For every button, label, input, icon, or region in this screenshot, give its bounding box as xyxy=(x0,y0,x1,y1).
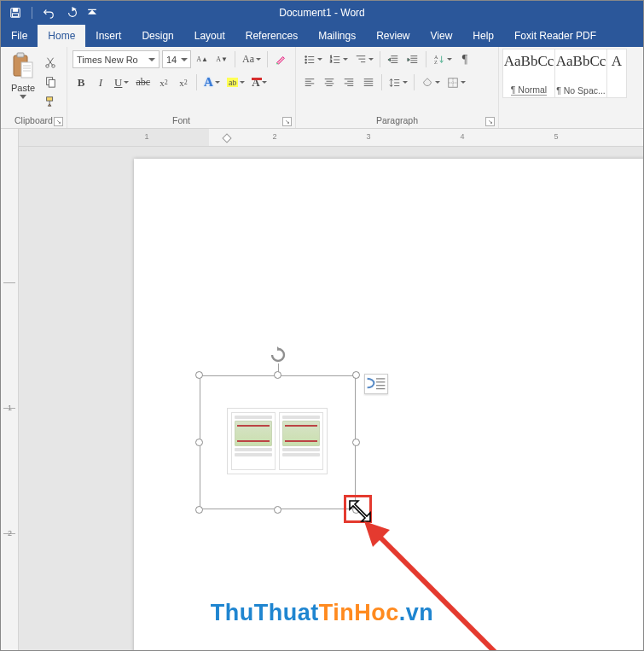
svg-rect-1 xyxy=(13,9,17,12)
highlight-button[interactable]: ab xyxy=(224,73,247,91)
superscript-button[interactable]: x2 xyxy=(175,73,192,91)
svg-text:2: 2 xyxy=(330,58,332,62)
tab-foxit[interactable]: Foxit Reader PDF xyxy=(504,25,606,47)
first-line-indent-icon[interactable] xyxy=(222,133,231,142)
bullets-button[interactable] xyxy=(301,50,324,68)
svg-point-18 xyxy=(305,61,306,63)
svg-point-17 xyxy=(305,58,306,60)
group-label-paragraph: Paragraph↘ xyxy=(296,115,498,128)
tab-file[interactable]: File xyxy=(1,25,38,47)
resize-handle-bl[interactable] xyxy=(195,506,203,514)
text-effects-button[interactable]: A xyxy=(201,73,222,91)
subscript-button[interactable]: x2 xyxy=(155,73,172,91)
redo-icon[interactable] xyxy=(63,3,82,22)
selected-image[interactable] xyxy=(200,375,356,509)
increase-indent-button[interactable] xyxy=(404,50,421,68)
style-normal[interactable]: AaBbCc ¶ Normal xyxy=(502,49,555,98)
svg-text:Z: Z xyxy=(434,60,438,65)
copy-icon[interactable] xyxy=(42,73,59,90)
shrink-font-button[interactable]: A▼ xyxy=(213,50,230,68)
save-icon[interactable] xyxy=(6,3,25,22)
format-painter-icon[interactable] xyxy=(42,93,59,110)
style-no-spacing[interactable]: AaBbCc ¶ No Spac... xyxy=(554,49,607,98)
tab-help[interactable]: Help xyxy=(462,25,504,47)
grow-font-button[interactable]: A▲ xyxy=(194,50,211,68)
svg-rect-15 xyxy=(252,78,262,80)
undo-icon[interactable] xyxy=(39,3,58,22)
svg-rect-12 xyxy=(49,79,55,87)
underline-button[interactable]: U xyxy=(112,73,131,91)
borders-button[interactable] xyxy=(444,73,467,91)
group-clipboard: Paste Clipboard↘ xyxy=(1,47,67,128)
paste-dropdown-icon[interactable] xyxy=(20,95,26,99)
decrease-indent-button[interactable] xyxy=(385,50,402,68)
clear-formatting-icon[interactable] xyxy=(272,50,289,68)
justify-button[interactable] xyxy=(360,73,377,91)
svg-rect-5 xyxy=(21,62,32,78)
resize-handle-tl[interactable] xyxy=(195,371,203,379)
group-label-font: Font↘ xyxy=(67,115,295,128)
group-paragraph: 12 AZ ¶ Paragraph↘ xyxy=(296,47,499,128)
qat-customize-icon[interactable] xyxy=(87,3,97,22)
watermark: ThuThuatTinHoc.vn xyxy=(1,600,643,626)
strikethrough-button[interactable]: abc xyxy=(133,73,153,91)
resize-handle-tr[interactable] xyxy=(352,371,360,379)
svg-point-10 xyxy=(52,65,55,68)
horizontal-ruler[interactable]: 1 2 3 4 5 xyxy=(19,129,643,147)
resize-cursor-icon xyxy=(343,494,377,528)
tab-review[interactable]: Review xyxy=(366,25,420,47)
font-color-button[interactable]: A xyxy=(249,73,268,91)
tab-mailings[interactable]: Mailings xyxy=(308,25,366,47)
ribbon-tabs: File Home Insert Design Layout Reference… xyxy=(1,25,643,47)
tab-view[interactable]: View xyxy=(421,25,463,47)
cut-icon[interactable] xyxy=(42,54,59,71)
title-bar: Document1 - Word xyxy=(1,1,643,25)
document-area: ⌐ 1 2 1 2 3 4 5 xyxy=(1,129,643,650)
svg-rect-13 xyxy=(47,97,53,101)
font-size-combo[interactable]: 14 xyxy=(162,50,191,68)
annotation-highlight-box xyxy=(344,495,372,523)
resize-handle-ml[interactable] xyxy=(195,439,203,446)
svg-rect-14 xyxy=(227,78,235,80)
resize-handle-mr[interactable] xyxy=(352,439,360,446)
align-right-button[interactable] xyxy=(340,73,357,91)
tab-insert[interactable]: Insert xyxy=(85,25,131,47)
line-spacing-button[interactable] xyxy=(386,73,409,91)
italic-button[interactable]: I xyxy=(92,73,109,91)
numbering-button[interactable]: 12 xyxy=(327,50,350,68)
svg-point-9 xyxy=(46,65,49,68)
layout-options-icon[interactable] xyxy=(364,374,388,394)
shading-button[interactable] xyxy=(419,73,442,91)
tab-layout[interactable]: Layout xyxy=(184,25,235,47)
resize-handle-bm[interactable] xyxy=(274,506,281,514)
change-case-button[interactable]: Aa xyxy=(240,50,263,68)
group-styles: AaBbCc ¶ Normal AaBbCc ¶ No Spac... A St… xyxy=(499,47,643,128)
group-label-clipboard: Clipboard↘ xyxy=(1,115,67,128)
style-partial[interactable]: A xyxy=(606,49,627,98)
paste-icon[interactable] xyxy=(10,50,36,81)
show-marks-button[interactable]: ¶ xyxy=(456,50,473,68)
tab-home[interactable]: Home xyxy=(38,25,85,47)
svg-rect-2 xyxy=(13,14,19,17)
resize-handle-tm[interactable] xyxy=(274,371,281,379)
font-launcher-icon[interactable]: ↘ xyxy=(282,117,292,126)
sort-button[interactable]: AZ xyxy=(431,50,454,68)
paste-label[interactable]: Paste xyxy=(11,83,35,93)
svg-rect-4 xyxy=(17,53,24,57)
group-font: Times New Ro 14 A▲ A▼ Aa B I U abc x2 x2… xyxy=(67,47,296,128)
align-left-button[interactable] xyxy=(301,73,318,91)
group-label-styles: Styles xyxy=(499,115,643,128)
clipboard-launcher-icon[interactable]: ↘ xyxy=(54,117,63,126)
multilevel-list-button[interactable] xyxy=(352,50,375,68)
svg-point-16 xyxy=(305,55,306,57)
bold-button[interactable]: B xyxy=(73,73,90,91)
svg-text:A: A xyxy=(434,55,438,60)
align-center-button[interactable] xyxy=(321,73,338,91)
font-name-combo[interactable]: Times New Ro xyxy=(73,50,160,68)
tab-design[interactable]: Design xyxy=(131,25,183,47)
vertical-ruler[interactable]: 1 2 xyxy=(1,129,19,650)
tab-references[interactable]: References xyxy=(235,25,308,47)
paragraph-launcher-icon[interactable]: ↘ xyxy=(485,117,495,126)
rotate-handle-icon[interactable] xyxy=(270,346,287,363)
image-thumbnail xyxy=(227,408,328,474)
